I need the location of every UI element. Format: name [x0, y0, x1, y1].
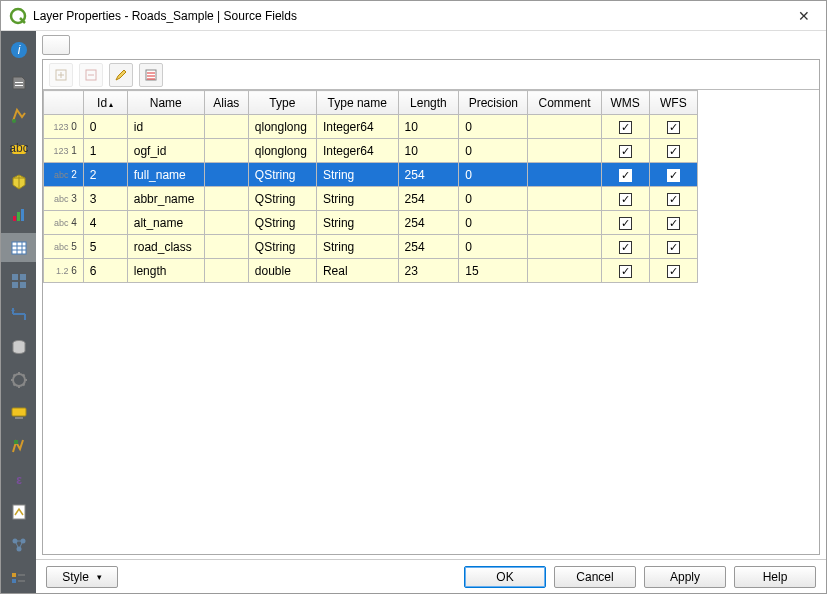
cell-precision: 0	[459, 235, 528, 259]
cell-wfs[interactable]: ✓	[649, 235, 697, 259]
delete-field-button[interactable]	[79, 63, 103, 87]
cell-typename: Real	[316, 259, 398, 283]
row-header[interactable]: abc 5	[44, 235, 84, 259]
row-header[interactable]: 123 1	[44, 139, 84, 163]
cell-type: qlonglong	[248, 139, 316, 163]
cell-precision: 0	[459, 139, 528, 163]
table-row[interactable]: abc 33abbr_nameQStringString2540✓✓	[44, 187, 698, 211]
svg-text:i: i	[17, 43, 20, 57]
source-icon[interactable]	[1, 68, 36, 97]
apply-button[interactable]: Apply	[644, 566, 726, 588]
style-button[interactable]: Style	[46, 566, 118, 588]
col-comment[interactable]: Comment	[528, 91, 601, 115]
new-field-button[interactable]	[49, 63, 73, 87]
table-row[interactable]: abc 55road_classQStringString2540✓✓	[44, 235, 698, 259]
table-row[interactable]: 123 11ogf_idqlonglongInteger64100✓✓	[44, 139, 698, 163]
col-alias[interactable]: Alias	[204, 91, 248, 115]
cell-type: QString	[248, 211, 316, 235]
row-header[interactable]: abc 2	[44, 163, 84, 187]
svg-rect-18	[12, 282, 18, 288]
svg-rect-3	[15, 82, 23, 83]
cell-id: 1	[83, 139, 127, 163]
col-id[interactable]: Id	[83, 91, 127, 115]
cell-type: qlonglong	[248, 115, 316, 139]
table-row[interactable]: 1.2 66lengthdoubleReal2315✓✓	[44, 259, 698, 283]
cell-alias	[204, 211, 248, 235]
dependencies-icon[interactable]	[1, 531, 36, 560]
display-icon[interactable]	[1, 399, 36, 428]
cell-type: QString	[248, 235, 316, 259]
rendering-icon[interactable]	[1, 432, 36, 461]
cell-wfs[interactable]: ✓	[649, 259, 697, 283]
info-icon[interactable]: i	[1, 35, 36, 64]
col-type[interactable]: Type	[248, 91, 316, 115]
col-wfs[interactable]: WFS	[649, 91, 697, 115]
symbology-icon[interactable]	[1, 101, 36, 130]
dialog-button-row: Style OK Cancel Apply Help	[36, 559, 826, 593]
sidebar: iabcε	[1, 31, 36, 593]
fields-icon[interactable]	[1, 233, 36, 262]
svg-rect-11	[12, 242, 26, 254]
table-row[interactable]: 123 00idqlonglongInteger64100✓✓	[44, 115, 698, 139]
cell-wms[interactable]: ✓	[601, 259, 649, 283]
col-length[interactable]: Length	[398, 91, 459, 115]
cell-wfs[interactable]: ✓	[649, 211, 697, 235]
col-rowhdr[interactable]	[44, 91, 84, 115]
joins-icon[interactable]	[1, 300, 36, 329]
search-bar	[36, 31, 826, 59]
cell-comment	[528, 259, 601, 283]
cell-wms[interactable]: ✓	[601, 163, 649, 187]
col-precision[interactable]: Precision	[459, 91, 528, 115]
col-name[interactable]: Name	[127, 91, 204, 115]
table-row[interactable]: abc 44alt_nameQStringString2540✓✓	[44, 211, 698, 235]
labels-icon[interactable]: abc	[1, 134, 36, 163]
cell-wms[interactable]: ✓	[601, 139, 649, 163]
3d-icon[interactable]	[1, 167, 36, 196]
row-header[interactable]: 1.2 6	[44, 259, 84, 283]
col-typename[interactable]: Type name	[316, 91, 398, 115]
cell-wfs[interactable]: ✓	[649, 187, 697, 211]
cancel-button[interactable]: Cancel	[554, 566, 636, 588]
cell-precision: 0	[459, 163, 528, 187]
cell-id: 6	[83, 259, 127, 283]
ok-button[interactable]: OK	[464, 566, 546, 588]
cell-id: 3	[83, 187, 127, 211]
cell-wms[interactable]: ✓	[601, 211, 649, 235]
row-header[interactable]: abc 3	[44, 187, 84, 211]
cell-name: ogf_id	[127, 139, 204, 163]
variables-icon[interactable]: ε	[1, 465, 36, 494]
cell-comment	[528, 235, 601, 259]
cell-name: alt_name	[127, 211, 204, 235]
metadata-icon[interactable]	[1, 498, 36, 527]
search-input[interactable]	[42, 35, 70, 55]
svg-rect-17	[20, 274, 26, 280]
cell-id: 2	[83, 163, 127, 187]
cell-length: 254	[398, 235, 459, 259]
col-wms[interactable]: WMS	[601, 91, 649, 115]
svg-rect-4	[15, 85, 23, 86]
cell-type: QString	[248, 163, 316, 187]
svg-rect-26	[13, 505, 25, 519]
cell-wms[interactable]: ✓	[601, 115, 649, 139]
cell-typename: String	[316, 235, 398, 259]
cell-wfs[interactable]: ✓	[649, 139, 697, 163]
attributes-form-icon[interactable]	[1, 266, 36, 295]
auxiliary-storage-icon[interactable]	[1, 333, 36, 362]
field-calculator-button[interactable]	[139, 63, 163, 87]
cell-wfs[interactable]: ✓	[649, 163, 697, 187]
cell-wfs[interactable]: ✓	[649, 115, 697, 139]
cell-name: abbr_name	[127, 187, 204, 211]
cell-wms[interactable]: ✓	[601, 235, 649, 259]
cell-wms[interactable]: ✓	[601, 187, 649, 211]
close-icon[interactable]: ✕	[790, 4, 818, 28]
actions-icon[interactable]	[1, 366, 36, 395]
toggle-editing-button[interactable]	[109, 63, 133, 87]
diagrams-icon[interactable]	[1, 200, 36, 229]
cell-name: id	[127, 115, 204, 139]
legend-icon[interactable]	[1, 564, 36, 593]
row-header[interactable]: abc 4	[44, 211, 84, 235]
help-button[interactable]: Help	[734, 566, 816, 588]
table-row[interactable]: abc 22full_nameQStringString2540✓✓	[44, 163, 698, 187]
svg-rect-24	[14, 440, 18, 444]
row-header[interactable]: 123 0	[44, 115, 84, 139]
